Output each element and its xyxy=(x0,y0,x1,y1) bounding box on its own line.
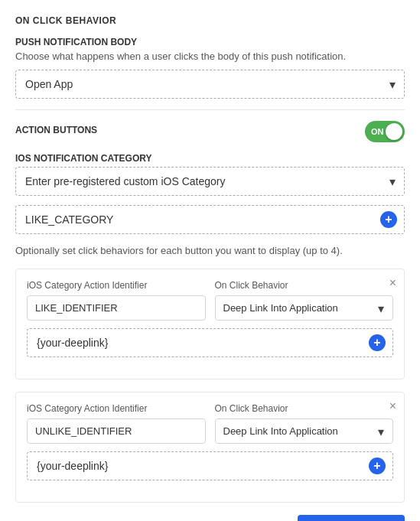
action-buttons-section: ACTION BUTTONS ON xyxy=(15,121,405,142)
identifier-col-1: iOS Category Action Identifier xyxy=(27,280,206,321)
push-notification-dropdown[interactable]: Open App Deep Link Into Application Go t… xyxy=(15,70,405,99)
divider-1 xyxy=(15,109,405,110)
button-group-1-fields: iOS Category Action Identifier On Click … xyxy=(27,280,393,321)
toggle-knob xyxy=(386,123,402,140)
deeplink-plus-button-2[interactable]: + xyxy=(369,458,386,474)
category-input-wrapper: + xyxy=(15,205,405,234)
behavior-col-2: On Click Behavior Open App Deep Link Int… xyxy=(215,403,394,444)
deeplink-input-1[interactable] xyxy=(27,328,393,357)
push-notification-label: PUSH NOTIFICATION BODY xyxy=(15,37,405,47)
ios-category-dropdown[interactable]: Enter pre-registered custom iOS Category xyxy=(15,167,405,196)
ios-category-select-wrapper: Enter pre-registered custom iOS Category… xyxy=(15,167,405,196)
identifier-input-1[interactable] xyxy=(27,295,206,321)
push-notification-description: Choose what happens when a user clicks t… xyxy=(15,50,405,62)
behavior-label-1: On Click Behavior xyxy=(215,280,394,291)
category-input[interactable] xyxy=(15,205,405,234)
identifier-col-2: iOS Category Action Identifier xyxy=(27,403,206,444)
deeplink-input-wrapper-1: + xyxy=(27,328,393,357)
button-group-1: × iOS Category Action Identifier On Clic… xyxy=(15,269,405,379)
button-group-2-fields: iOS Category Action Identifier On Click … xyxy=(27,403,393,444)
identifier-label-1: iOS Category Action Identifier xyxy=(27,280,206,291)
optional-text: Optionally set click behaviors for each … xyxy=(15,245,405,256)
push-notification-section: PUSH NOTIFICATION BODY Choose what happe… xyxy=(15,37,405,99)
behavior-label-2: On Click Behavior xyxy=(215,403,394,414)
close-button-1[interactable]: × xyxy=(389,277,396,289)
button-group-2: × iOS Category Action Identifier On Clic… xyxy=(15,392,405,503)
behavior-dropdown-1[interactable]: Open App Deep Link Into Application Go t… xyxy=(215,295,394,321)
identifier-input-2[interactable] xyxy=(27,418,206,444)
deeplink-plus-button-1[interactable]: + xyxy=(369,334,386,351)
deeplink-input-wrapper-2: + xyxy=(27,451,393,480)
toggle-wrapper: ON xyxy=(365,121,405,142)
ios-notification-category-label: IOS NOTIFICATION CATEGORY xyxy=(15,153,405,164)
behavior-dropdown-2[interactable]: Open App Deep Link Into Application Go t… xyxy=(215,418,394,444)
section-title: ON CLICK BEHAVIOR xyxy=(15,15,405,26)
category-plus-button[interactable]: + xyxy=(380,211,397,228)
toggle-label: ON xyxy=(371,127,384,136)
behavior-select-wrapper-2: Open App Deep Link Into Application Go t… xyxy=(215,418,394,444)
deeplink-input-2[interactable] xyxy=(27,451,393,480)
behavior-select-wrapper-1: Open App Deep Link Into Application Go t… xyxy=(215,295,394,321)
toggle-switch[interactable]: ON xyxy=(365,121,405,142)
add-button-row: + Add Button xyxy=(15,515,405,521)
push-notification-select-wrapper: Open App Deep Link Into Application Go t… xyxy=(15,70,405,99)
identifier-label-2: iOS Category Action Identifier xyxy=(27,403,206,414)
behavior-col-1: On Click Behavior Open App Deep Link Int… xyxy=(215,280,394,321)
ios-notification-category-section: IOS NOTIFICATION CATEGORY Enter pre-regi… xyxy=(15,153,405,234)
action-buttons-label: ACTION BUTTONS xyxy=(15,125,97,135)
close-button-2[interactable]: × xyxy=(389,400,396,412)
add-button[interactable]: + Add Button xyxy=(298,515,405,521)
